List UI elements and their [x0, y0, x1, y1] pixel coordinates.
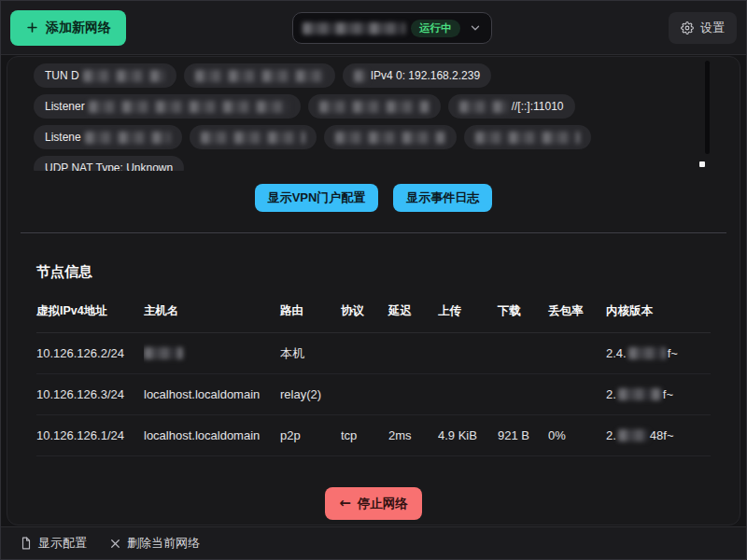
peer-cell	[388, 333, 438, 373]
redacted-text	[618, 388, 661, 400]
text: relay(2)	[280, 387, 321, 401]
text: TUN D	[45, 69, 79, 82]
peer-cell	[341, 374, 388, 414]
peer-cell: 2ms	[388, 415, 438, 455]
show-vpn-portal-button[interactable]: 显示VPN门户配置	[255, 184, 379, 212]
text: 10.126.126.1/24	[36, 428, 124, 442]
pill-row: Listener//[::]:11010	[34, 94, 704, 119]
peer-cell	[498, 333, 548, 373]
scrollbar-track[interactable]	[705, 61, 710, 154]
peer-cell: 10.126.126.3/24	[36, 374, 144, 414]
redacted-text	[335, 132, 445, 144]
text: localhost.localdomain	[144, 387, 260, 401]
peer-cell	[548, 333, 606, 373]
peer-cell: localhost.localdomain	[144, 374, 280, 414]
stop-network-label: 停止网络	[358, 496, 408, 512]
info-pill	[308, 94, 441, 119]
peer-table-header: 虚拟IPv4地址主机名路由协议延迟上传下载丢包率内核版本	[36, 292, 711, 333]
text: UDP NAT Type: Unknown	[45, 161, 173, 171]
text: 10.126.126.3/24	[36, 387, 124, 401]
peer-cell: 10.126.126.2/24	[36, 333, 144, 373]
peer-cell	[438, 374, 498, 414]
column-header: 主机名	[144, 292, 280, 332]
column-header: 路由	[280, 292, 341, 332]
text: 4.9 KiB	[438, 428, 477, 442]
text: f~	[668, 346, 678, 360]
network-status-badge: 运行中	[411, 20, 460, 37]
left-arrow-icon: ←	[339, 497, 351, 511]
peer-cell	[341, 333, 388, 373]
text: IPv4 0: 192.168.2.239	[371, 69, 480, 82]
text: 10.126.126.2/24	[36, 346, 124, 360]
peer-cell: 0%	[548, 415, 606, 455]
column-header: 内核版本	[606, 292, 711, 332]
redacted-text	[628, 347, 666, 359]
settings-button[interactable]: 设置	[669, 12, 737, 44]
top-bar: 添加新网络 运行中 设置	[1, 1, 746, 55]
text: p2p	[280, 428, 301, 442]
network-info-pills: TUN DIPv4 0: 192.168.2.239Listener//[::]…	[7, 57, 740, 171]
text: 2.4.	[606, 346, 627, 360]
redacted-text	[89, 101, 289, 113]
text: //[::]:11010	[512, 100, 564, 113]
stop-network-button[interactable]: ← 停止网络	[325, 487, 422, 520]
text: 2.	[606, 387, 616, 401]
plus-icon	[25, 21, 39, 35]
gear-icon	[681, 21, 694, 35]
redacted-text	[83, 70, 165, 82]
pill-row: TUN DIPv4 0: 192.168.2.239	[34, 63, 704, 88]
column-header: 下载	[498, 292, 548, 332]
text: tcp	[341, 428, 357, 442]
text: Listener	[45, 100, 85, 113]
peer-cell: 2.48f~	[606, 415, 711, 455]
column-header: 延迟	[388, 292, 438, 332]
info-pill: UDP NAT Type: Unknown	[34, 156, 184, 171]
show-config-label: 显示配置	[38, 535, 87, 552]
text: 2.	[606, 428, 616, 442]
show-config-button[interactable]: 显示配置	[20, 535, 87, 552]
peer-cell: localhost.localdomain	[144, 415, 280, 455]
column-header: 上传	[438, 292, 498, 332]
peer-cell: 本机	[280, 333, 341, 373]
peer-row: 10.126.126.3/24localhost.localdomainrela…	[36, 374, 711, 415]
peer-cell	[438, 333, 498, 373]
delete-network-button[interactable]: 删除当前网络	[109, 535, 200, 552]
add-network-button[interactable]: 添加新网络	[10, 10, 126, 46]
text: localhost.localdomain	[144, 428, 260, 442]
show-event-log-button[interactable]: 显示事件日志	[393, 184, 492, 212]
redacted-text	[475, 132, 580, 144]
peer-cell	[548, 374, 606, 414]
pill-row: UDP NAT Type: Unknown	[34, 156, 704, 171]
text: 0%	[548, 428, 566, 442]
peer-cell: relay(2)	[280, 374, 341, 414]
text: 本机	[280, 345, 304, 362]
column-header: 协议	[341, 292, 388, 332]
info-pill	[324, 125, 457, 149]
peer-cell	[144, 333, 280, 373]
bottom-bar: 显示配置 删除当前网络	[1, 526, 746, 559]
peer-cell: 921 B	[498, 415, 548, 455]
redacted-text	[85, 132, 171, 144]
text: f~	[663, 387, 673, 401]
scrollbar-thumb[interactable]	[699, 161, 705, 167]
info-pill: //[::]:11010	[448, 94, 575, 119]
peers-section-title: 节点信息	[36, 264, 740, 279]
redacted-text	[195, 70, 324, 82]
peer-cell: 2.4.f~	[606, 333, 711, 373]
text: 2ms	[388, 428, 412, 442]
peer-cell: 10.126.126.1/24	[36, 415, 144, 455]
add-network-label: 添加新网络	[46, 20, 111, 36]
peer-cell: 2.f~	[606, 374, 711, 414]
text: Listene	[45, 131, 81, 144]
peer-cell	[498, 374, 548, 414]
text: 921 B	[498, 428, 529, 442]
info-pill	[464, 125, 591, 149]
network-selector-dropdown[interactable]: 运行中	[292, 12, 492, 44]
peer-cell: tcp	[341, 415, 388, 455]
settings-label: 设置	[700, 20, 725, 36]
section-divider	[21, 232, 726, 233]
redacted-text	[618, 429, 648, 441]
info-pill: Listene	[34, 125, 182, 149]
network-detail-card: TUN DIPv4 0: 192.168.2.239Listener//[::]…	[7, 56, 740, 525]
info-pill: Listener	[34, 94, 301, 119]
